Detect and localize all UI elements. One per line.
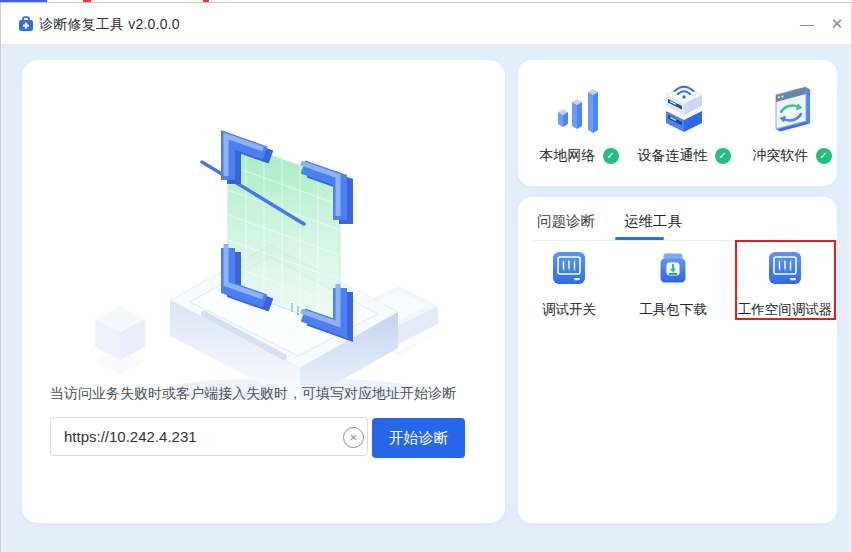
tools-panel: 问题诊断 运维工具 — [518, 197, 837, 523]
check-circle-icon: ✓ — [715, 148, 731, 164]
tool-label: 工作空间调试器 — [733, 301, 837, 319]
window-border-left — [0, 2, 1, 552]
diagnose-hint: 当访问业务失败时或客户端接入失败时，可填写对应地址开始诊断 — [50, 385, 456, 403]
signal-bars-icon — [552, 82, 606, 136]
tools-tabs: 问题诊断 运维工具 — [537, 212, 682, 231]
status-label: 设备连通性 — [638, 147, 708, 165]
main-content: 当访问业务失败时或客户端接入失败时，可填写对应地址开始诊断 ✕ 开始诊断 — [1, 44, 851, 552]
status-panel: 本地网络 ✓ — [518, 60, 837, 186]
tool-debug-switch[interactable]: 调试开关 — [517, 251, 621, 319]
status-label: 冲突软件 — [753, 147, 809, 165]
top-artifact-red-2 — [203, 0, 209, 2]
window-title: 诊断修复工具 v2.0.0.0 — [39, 16, 180, 34]
check-circle-icon: ✓ — [603, 148, 619, 164]
window-border-top — [0, 2, 852, 3]
tool-label: 调试开关 — [517, 301, 621, 319]
bar-tall — [588, 89, 598, 133]
start-diagnose-button[interactable]: 开始诊断 — [372, 418, 465, 458]
tool-workspace-debugger[interactable]: 工作空间调试器 — [733, 251, 837, 319]
clear-icon: ✕ — [349, 433, 357, 443]
device-connectivity-icon — [657, 82, 711, 136]
title-bar: 诊断修复工具 v2.0.0.0 — ✕ — [1, 3, 851, 44]
diagnose-panel: 当访问业务失败时或客户端接入失败时，可填写对应地址开始诊断 ✕ 开始诊断 — [22, 60, 505, 523]
bar-small — [558, 109, 568, 127]
tab-problem-diagnosis[interactable]: 问题诊断 — [537, 212, 595, 231]
tab-ops-tools[interactable]: 运维工具 — [624, 212, 682, 231]
toolkit-download-icon — [656, 251, 690, 285]
conflict-software-icon — [765, 82, 819, 136]
status-item-conflict-software: 冲突软件 ✓ — [737, 82, 847, 165]
top-artifact-red-1 — [83, 0, 91, 2]
close-button[interactable]: ✕ — [825, 12, 849, 36]
minimize-icon: — — [800, 16, 814, 32]
address-input[interactable] — [50, 417, 368, 456]
close-icon: ✕ — [831, 15, 844, 33]
scanner-illustration — [52, 60, 476, 400]
workspace-debugger-icon — [768, 251, 802, 285]
debug-switch-icon — [552, 251, 586, 285]
decor-cube-left — [95, 306, 145, 374]
status-item-device-connectivity: 设备连通性 ✓ — [629, 82, 739, 165]
status-label: 本地网络 — [540, 147, 596, 165]
medkit-icon — [18, 16, 34, 32]
tabs-divider — [532, 240, 823, 241]
clear-input-button[interactable]: ✕ — [343, 427, 364, 448]
tool-label: 工具包下载 — [621, 301, 725, 319]
minimize-button[interactable]: — — [795, 12, 819, 36]
status-item-local-network: 本地网络 ✓ — [524, 82, 634, 165]
top-edge-strip — [0, 0, 852, 2]
bar-medium — [572, 99, 582, 129]
check-circle-icon: ✓ — [816, 148, 832, 164]
tool-toolkit-download[interactable]: 工具包下载 — [621, 251, 725, 319]
top-artifact-blue — [0, 0, 47, 2]
